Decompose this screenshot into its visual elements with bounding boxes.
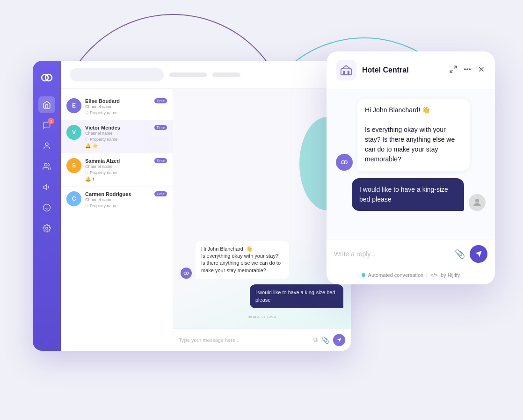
sidebar-item-team[interactable] <box>38 158 55 175</box>
svg-point-8 <box>46 227 48 230</box>
conv-icons-sammia: 🔔 ↑ <box>85 176 151 181</box>
chat-attach-icon[interactable]: 📎 <box>321 336 329 344</box>
conv-time-victor: Time <box>154 125 167 130</box>
expand-icon[interactable] <box>449 65 458 75</box>
conv-item-victor[interactable]: V Victor Mendes Channel name ⬡ Property … <box>61 120 173 153</box>
sidebar-item-settings[interactable] <box>38 220 55 237</box>
property-icon-sammia: ⬡ <box>85 170 88 174</box>
widget-title: Hotel Central <box>362 66 443 74</box>
widget-msg-text-agent: Hi John Blanchard! 👋Is everything okay w… <box>365 106 455 163</box>
footer-by-text: by Hijiffy <box>441 272 460 278</box>
conv-time-elise: Time <box>154 98 167 103</box>
widget-attach-icon[interactable]: 📎 <box>455 249 465 259</box>
conv-property-row-sammia: ⬡ Property name <box>85 170 151 175</box>
widget-reply-input[interactable] <box>334 250 450 258</box>
status-dot <box>362 273 365 277</box>
conv-name-carmen: Carmen Rodrigues <box>85 191 151 197</box>
msg-text-agent: Hi John Blanchard! 👋Is everything okay w… <box>201 246 281 273</box>
svg-point-5 <box>44 204 51 211</box>
widget-msg-text-user: I would like to have a king-size bed ple… <box>359 186 448 203</box>
widget-header-actions <box>449 65 486 75</box>
sidebar-item-home[interactable] <box>38 96 55 113</box>
conv-info-elise: Elise Boudard Channel name ⬡ Property na… <box>85 98 151 115</box>
msg-text-user: I would like to have a king-size bed ple… <box>255 290 335 302</box>
top-bar-tag2 <box>212 72 240 77</box>
chat-send-button[interactable] <box>333 334 345 346</box>
widget-logo: HOTELS <box>336 60 356 80</box>
svg-point-3 <box>44 163 47 166</box>
conv-item-sammia[interactable]: S Sammia Alzed Channel name ⬡ Property n… <box>61 153 173 187</box>
sidebar-item-emoji[interactable] <box>38 199 55 216</box>
widget-messages: Hi John Blanchard! 👋Is everything okay w… <box>327 89 495 239</box>
sidebar: 3 <box>33 61 61 351</box>
avatar-sammia: S <box>66 158 81 173</box>
widget-footer: Automated conversation | </> by Hijiffy <box>327 268 495 284</box>
chat-area: Hi John Blanchard! 👋Is everything okay w… <box>173 89 351 351</box>
msg-bubble-user: I would like to have a king-size bed ple… <box>250 284 343 308</box>
conv-property-carmen: Property name <box>90 203 117 208</box>
conv-item-elise[interactable]: E Elise Boudard Channel name ⬡ Property … <box>61 94 173 120</box>
avatar-victor: V <box>66 125 81 140</box>
widget-input-area: 📎 <box>327 239 495 268</box>
svg-text:HOTELS: HOTELS <box>343 74 350 76</box>
hotel-widget: HOTELS Hotel Central <box>327 51 495 284</box>
footer-status-text: Automated conversation <box>368 272 424 278</box>
user-avatar-widget <box>469 194 486 211</box>
conv-name-sammia: Sammia Alzed <box>85 158 151 164</box>
main-content: E Elise Boudard Channel name ⬡ Property … <box>61 61 351 351</box>
close-icon[interactable] <box>477 65 486 75</box>
widget-msg-row-agent: Hi John Blanchard! 👋Is everything okay w… <box>336 99 486 171</box>
widget-bubble-user: I would like to have a king-size bed ple… <box>352 178 464 211</box>
chat-input-bar: Type your message here.. ⧉ 📎 <box>173 328 351 351</box>
sidebar-item-contacts[interactable] <box>38 138 55 154</box>
svg-marker-4 <box>44 185 47 190</box>
conv-channel-victor: Channel name <box>85 131 151 136</box>
conv-item-carmen[interactable]: C Carmen Rodrigues Channel name ⬡ Proper… <box>61 187 173 213</box>
widget-header: HOTELS Hotel Central <box>327 51 495 89</box>
conversations-list: E Elise Boudard Channel name ⬡ Property … <box>61 89 173 351</box>
app-logo <box>39 70 54 85</box>
property-icon-carmen: ⬡ <box>85 203 88 208</box>
conv-property-row-elise: ⬡ Property name <box>85 110 151 115</box>
conv-channel-sammia: Channel name <box>85 164 151 169</box>
conv-info-sammia: Sammia Alzed Channel name ⬡ Property nam… <box>85 158 151 181</box>
conv-property-row-victor: ⬡ Property name <box>85 137 151 142</box>
conv-info-victor: Victor Mendes Channel name ⬡ Property na… <box>85 125 151 148</box>
conv-icons-victor: 🔔 ⭐ <box>85 143 151 148</box>
top-bar-tag1 <box>169 72 207 77</box>
msg-row-user: I would like to have a king-size bed ple… <box>181 284 343 308</box>
agent-avatar <box>181 268 192 279</box>
top-bar <box>61 61 351 89</box>
footer-separator: | <box>426 272 428 278</box>
conv-property-row-carmen: ⬡ Property name <box>85 203 151 208</box>
conv-name-elise: Elise Boudard <box>85 98 151 104</box>
widget-msg-row-user: I would like to have a king-size bed ple… <box>336 178 486 211</box>
avatar-elise: E <box>66 98 81 113</box>
search-bar-placeholder <box>70 68 164 81</box>
two-col-layout: E Elise Boudard Channel name ⬡ Property … <box>61 89 351 351</box>
conv-name-victor: Victor Mendes <box>85 125 151 130</box>
property-icon-victor: ⬡ <box>85 137 88 141</box>
widget-send-button[interactable] <box>470 245 487 263</box>
svg-line-16 <box>450 70 452 72</box>
more-options-icon[interactable] <box>463 65 472 75</box>
svg-point-24 <box>475 199 479 203</box>
app-window: 3 <box>33 61 351 351</box>
msg-bubble-agent: Hi John Blanchard! 👋Is everything okay w… <box>196 241 289 279</box>
svg-point-17 <box>465 69 465 70</box>
messages-badge: 3 <box>48 118 54 124</box>
sidebar-item-messages[interactable]: 3 <box>38 117 55 134</box>
conv-property-victor: Property name <box>90 137 117 142</box>
conv-property-sammia: Property name <box>90 170 117 175</box>
widget-agent-avatar <box>336 154 353 171</box>
conv-time-sammia: Time <box>154 158 167 163</box>
bell-icon: 🔔 <box>85 143 91 148</box>
chat-copy-icon[interactable]: ⧉ <box>313 336 318 344</box>
svg-line-15 <box>454 66 457 68</box>
sidebar-item-campaigns[interactable] <box>38 179 55 196</box>
conv-property-elise: Property name <box>90 110 117 115</box>
conv-time-carmen: Time <box>154 191 167 196</box>
svg-point-18 <box>467 69 468 70</box>
up-icon: ↑ <box>92 176 94 181</box>
chat-input-placeholder[interactable]: Type your message here.. <box>179 337 309 343</box>
